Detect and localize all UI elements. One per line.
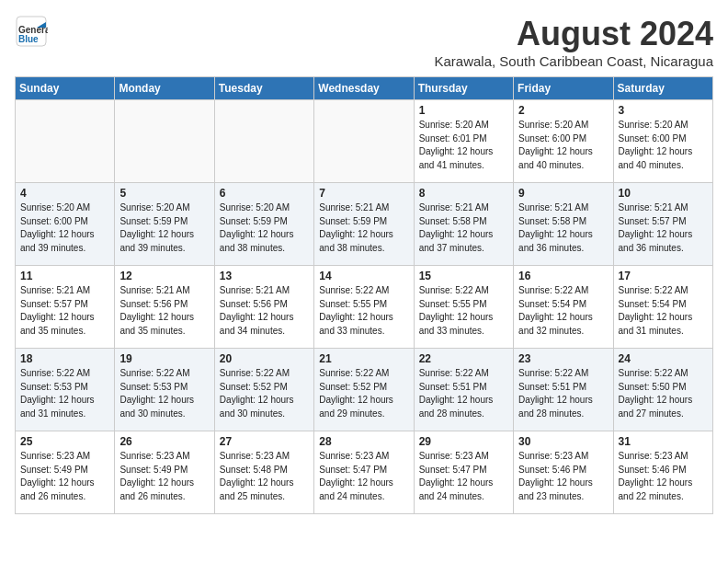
day-number: 21 — [319, 352, 408, 365]
day-info: Sunrise: 5:21 AM Sunset: 5:57 PM Dayligh… — [20, 284, 109, 338]
calendar-week-3: 11Sunrise: 5:21 AM Sunset: 5:57 PM Dayli… — [16, 266, 713, 349]
calendar-week-2: 4Sunrise: 5:20 AM Sunset: 6:00 PM Daylig… — [16, 183, 713, 266]
day-info: Sunrise: 5:23 AM Sunset: 5:47 PM Dayligh… — [419, 450, 508, 503]
day-number: 9 — [518, 187, 608, 200]
calendar-cell: 28Sunrise: 5:23 AM Sunset: 5:47 PM Dayli… — [314, 431, 414, 514]
day-info: Sunrise: 5:22 AM Sunset: 5:53 PM Dayligh… — [119, 367, 209, 420]
calendar-body: 1Sunrise: 5:20 AM Sunset: 6:01 PM Daylig… — [16, 100, 713, 514]
svg-text:Blue: Blue — [18, 34, 39, 44]
day-number: 11 — [20, 270, 109, 282]
day-header-thursday: Thursday — [414, 77, 513, 100]
day-number: 23 — [518, 352, 608, 365]
day-info: Sunrise: 5:21 AM Sunset: 5:59 PM Dayligh… — [319, 201, 408, 255]
day-info: Sunrise: 5:22 AM Sunset: 5:53 PM Dayligh… — [20, 367, 109, 420]
calendar-cell: 2Sunrise: 5:20 AM Sunset: 6:00 PM Daylig… — [514, 100, 613, 183]
page-title: August 2024 — [434, 15, 713, 53]
day-number: 24 — [619, 352, 708, 365]
day-info: Sunrise: 5:21 AM Sunset: 5:58 PM Dayligh… — [419, 201, 508, 255]
day-number: 2 — [518, 104, 608, 117]
calendar-cell: 11Sunrise: 5:21 AM Sunset: 5:57 PM Dayli… — [16, 266, 115, 349]
day-info: Sunrise: 5:22 AM Sunset: 5:52 PM Dayligh… — [220, 367, 309, 420]
day-info: Sunrise: 5:22 AM Sunset: 5:52 PM Dayligh… — [319, 367, 408, 420]
calendar-week-4: 18Sunrise: 5:22 AM Sunset: 5:53 PM Dayli… — [16, 349, 713, 431]
calendar-week-5: 25Sunrise: 5:23 AM Sunset: 5:49 PM Dayli… — [16, 431, 713, 514]
day-info: Sunrise: 5:20 AM Sunset: 5:59 PM Dayligh… — [220, 201, 309, 255]
calendar-cell — [16, 100, 115, 183]
day-number: 15 — [419, 270, 508, 282]
calendar-cell: 15Sunrise: 5:22 AM Sunset: 5:55 PM Dayli… — [414, 266, 513, 349]
logo: General Blue — [15, 15, 48, 48]
calendar-cell: 1Sunrise: 5:20 AM Sunset: 6:01 PM Daylig… — [414, 100, 513, 183]
calendar-cell: 7Sunrise: 5:21 AM Sunset: 5:59 PM Daylig… — [314, 183, 414, 266]
day-number: 22 — [419, 352, 508, 365]
day-number: 20 — [220, 352, 309, 365]
day-number: 10 — [619, 187, 708, 200]
day-info: Sunrise: 5:23 AM Sunset: 5:46 PM Dayligh… — [518, 450, 608, 503]
calendar-cell: 30Sunrise: 5:23 AM Sunset: 5:46 PM Dayli… — [514, 431, 613, 514]
day-info: Sunrise: 5:21 AM Sunset: 5:56 PM Dayligh… — [220, 284, 309, 338]
day-info: Sunrise: 5:22 AM Sunset: 5:55 PM Dayligh… — [419, 284, 508, 338]
day-number: 1 — [419, 104, 508, 117]
calendar-cell: 8Sunrise: 5:21 AM Sunset: 5:58 PM Daylig… — [414, 183, 513, 266]
day-info: Sunrise: 5:22 AM Sunset: 5:55 PM Dayligh… — [319, 284, 408, 338]
page-header: General Blue August 2024 Karawala, South… — [15, 15, 713, 69]
day-number: 28 — [319, 435, 408, 448]
calendar-cell: 4Sunrise: 5:20 AM Sunset: 6:00 PM Daylig… — [16, 183, 115, 266]
day-number: 14 — [319, 270, 408, 282]
day-number: 30 — [518, 435, 608, 448]
calendar-cell: 23Sunrise: 5:22 AM Sunset: 5:51 PM Dayli… — [514, 349, 613, 431]
day-info: Sunrise: 5:22 AM Sunset: 5:54 PM Dayligh… — [619, 284, 708, 338]
day-header-monday: Monday — [115, 77, 214, 100]
day-number: 25 — [20, 435, 109, 448]
calendar-cell: 5Sunrise: 5:20 AM Sunset: 5:59 PM Daylig… — [115, 183, 214, 266]
calendar-cell: 21Sunrise: 5:22 AM Sunset: 5:52 PM Dayli… — [314, 349, 414, 431]
calendar-cell: 27Sunrise: 5:23 AM Sunset: 5:48 PM Dayli… — [214, 431, 313, 514]
day-info: Sunrise: 5:20 AM Sunset: 6:01 PM Dayligh… — [419, 119, 508, 172]
day-number: 5 — [119, 187, 209, 200]
day-info: Sunrise: 5:23 AM Sunset: 5:48 PM Dayligh… — [220, 450, 309, 503]
calendar-cell — [314, 100, 414, 183]
day-number: 13 — [220, 270, 309, 282]
day-info: Sunrise: 5:22 AM Sunset: 5:51 PM Dayligh… — [419, 367, 508, 420]
calendar-cell: 20Sunrise: 5:22 AM Sunset: 5:52 PM Dayli… — [214, 349, 313, 431]
calendar-cell: 29Sunrise: 5:23 AM Sunset: 5:47 PM Dayli… — [414, 431, 513, 514]
calendar-table: SundayMondayTuesdayWednesdayThursdayFrid… — [15, 76, 713, 514]
day-info: Sunrise: 5:21 AM Sunset: 5:58 PM Dayligh… — [518, 201, 608, 255]
day-number: 12 — [119, 270, 209, 282]
calendar-cell: 26Sunrise: 5:23 AM Sunset: 5:49 PM Dayli… — [115, 431, 214, 514]
day-info: Sunrise: 5:23 AM Sunset: 5:49 PM Dayligh… — [119, 450, 209, 503]
calendar-cell: 10Sunrise: 5:21 AM Sunset: 5:57 PM Dayli… — [613, 183, 712, 266]
day-header-sunday: Sunday — [16, 77, 115, 100]
calendar-cell: 31Sunrise: 5:23 AM Sunset: 5:46 PM Dayli… — [613, 431, 712, 514]
day-info: Sunrise: 5:20 AM Sunset: 6:00 PM Dayligh… — [20, 201, 109, 255]
day-header-friday: Friday — [514, 77, 613, 100]
day-number: 16 — [518, 270, 608, 282]
day-header-tuesday: Tuesday — [214, 77, 313, 100]
calendar-cell: 19Sunrise: 5:22 AM Sunset: 5:53 PM Dayli… — [115, 349, 214, 431]
day-info: Sunrise: 5:21 AM Sunset: 5:57 PM Dayligh… — [619, 201, 708, 255]
calendar-cell: 6Sunrise: 5:20 AM Sunset: 5:59 PM Daylig… — [214, 183, 313, 266]
day-number: 29 — [419, 435, 508, 448]
day-number: 19 — [119, 352, 209, 365]
calendar-cell: 18Sunrise: 5:22 AM Sunset: 5:53 PM Dayli… — [16, 349, 115, 431]
page-location: Karawala, South Caribbean Coast, Nicarag… — [434, 53, 713, 69]
day-info: Sunrise: 5:23 AM Sunset: 5:49 PM Dayligh… — [20, 450, 109, 503]
day-header-wednesday: Wednesday — [314, 77, 414, 100]
calendar-cell: 24Sunrise: 5:22 AM Sunset: 5:50 PM Dayli… — [613, 349, 712, 431]
day-info: Sunrise: 5:21 AM Sunset: 5:56 PM Dayligh… — [119, 284, 209, 338]
day-info: Sunrise: 5:20 AM Sunset: 6:00 PM Dayligh… — [619, 119, 708, 172]
day-info: Sunrise: 5:23 AM Sunset: 5:47 PM Dayligh… — [319, 450, 408, 503]
calendar-cell: 3Sunrise: 5:20 AM Sunset: 6:00 PM Daylig… — [613, 100, 712, 183]
day-number: 7 — [319, 187, 408, 200]
day-info: Sunrise: 5:22 AM Sunset: 5:50 PM Dayligh… — [619, 367, 708, 420]
calendar-cell: 13Sunrise: 5:21 AM Sunset: 5:56 PM Dayli… — [214, 266, 313, 349]
day-info: Sunrise: 5:22 AM Sunset: 5:54 PM Dayligh… — [518, 284, 608, 338]
calendar-cell: 17Sunrise: 5:22 AM Sunset: 5:54 PM Dayli… — [613, 266, 712, 349]
day-number: 31 — [619, 435, 708, 448]
day-info: Sunrise: 5:20 AM Sunset: 5:59 PM Dayligh… — [119, 201, 209, 255]
calendar-header-row: SundayMondayTuesdayWednesdayThursdayFrid… — [16, 77, 713, 100]
day-number: 4 — [20, 187, 109, 200]
day-info: Sunrise: 5:22 AM Sunset: 5:51 PM Dayligh… — [518, 367, 608, 420]
day-info: Sunrise: 5:20 AM Sunset: 6:00 PM Dayligh… — [518, 119, 608, 172]
calendar-cell: 12Sunrise: 5:21 AM Sunset: 5:56 PM Dayli… — [115, 266, 214, 349]
